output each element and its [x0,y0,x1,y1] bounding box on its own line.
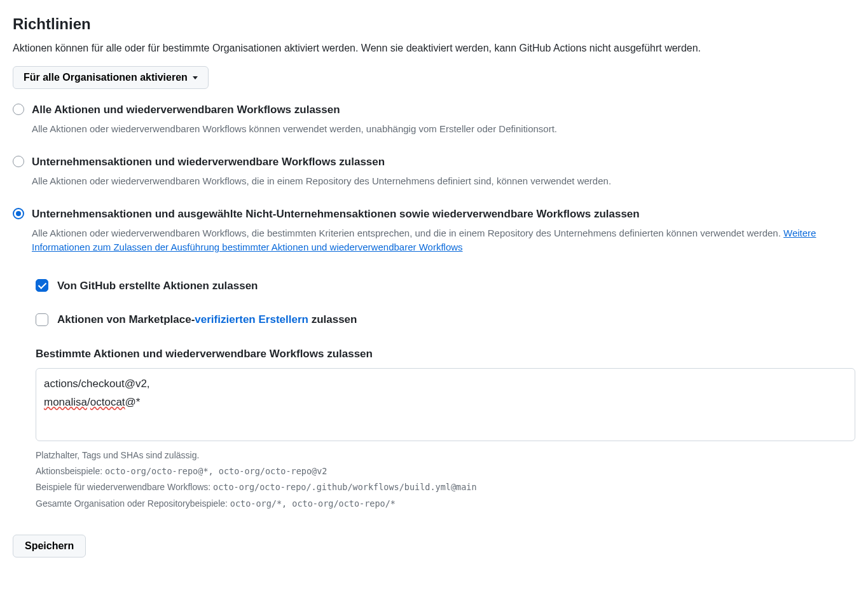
selected-policy-suboptions: Von GitHub erstellte Aktionen zulassen A… [36,278,855,512]
radio-icon[interactable] [13,156,24,167]
allowlist-textarea[interactable]: actions/checkout@v2,monalisa/octocat@* [36,368,855,441]
policy-option-desc: Alle Aktionen oder wiederverwendbaren Wo… [32,122,855,137]
policy-option-selected[interactable]: Unternehmensaktionen und ausgewählte Nic… [13,206,855,255]
allowlist-helper-text: Platzhalter, Tags und SHAs sind zulässig… [36,448,855,512]
page-description: Aktionen können für alle oder für bestim… [13,41,776,56]
org-scope-dropdown[interactable]: Für alle Organisationen aktivieren [13,66,209,89]
radio-icon[interactable] [13,208,24,219]
policy-option-title: Unternehmensaktionen und ausgewählte Nic… [32,206,855,222]
allow-github-actions-checkbox-row[interactable]: Von GitHub erstellte Aktionen zulassen [36,278,855,294]
dropdown-label: Für alle Organisationen aktivieren [24,72,188,83]
policy-option-desc: Alle Aktionen oder wiederverwendbaren Wo… [32,174,855,189]
verified-creators-link[interactable]: verifizierten Erstellern [195,313,308,325]
policy-radio-group: Alle Aktionen und wiederverwendbaren Wor… [13,102,855,255]
allowlist-title: Bestimmte Aktionen und wiederverwendbare… [36,346,855,362]
checkbox-label: Aktionen von Marketplace-verifizierten E… [57,311,357,328]
save-button[interactable]: Speichern [13,535,86,558]
policy-option-enterprise-only[interactable]: Unternehmensaktionen und wiederverwendba… [13,154,855,188]
allow-marketplace-checkbox-row[interactable]: Aktionen von Marketplace-verifizierten E… [36,311,855,328]
policy-option-allow-all[interactable]: Alle Aktionen und wiederverwendbaren Wor… [13,102,855,136]
checkbox-icon[interactable] [36,313,48,326]
checkbox-icon[interactable] [36,279,48,292]
policy-option-desc: Alle Aktionen oder wiederverwendbaren Wo… [32,226,855,255]
checkbox-label: Von GitHub erstellte Aktionen zulassen [57,278,258,294]
policy-option-title: Unternehmensaktionen und wiederverwendba… [32,154,855,170]
page-title: Richtlinien [13,13,855,36]
radio-icon[interactable] [13,104,24,115]
policy-option-title: Alle Aktionen und wiederverwendbaren Wor… [32,102,855,118]
